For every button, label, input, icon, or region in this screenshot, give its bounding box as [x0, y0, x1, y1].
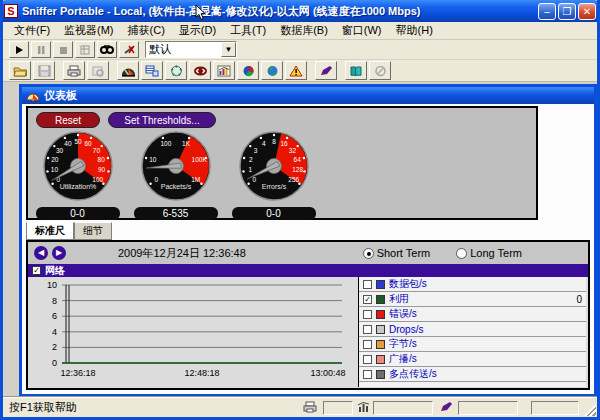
- legend-label: 字节/s: [389, 337, 578, 351]
- set-thresholds-button[interactable]: Set Thresholds...: [108, 112, 216, 128]
- filter-select[interactable]: 默认 ▼: [145, 41, 237, 58]
- menu-tools[interactable]: 工具(T): [223, 22, 273, 39]
- network-group-label: 网络: [45, 264, 65, 278]
- svg-text:70: 70: [92, 147, 100, 154]
- errors-dial: 012348163264128256Errors/s: [227, 130, 321, 206]
- help-book-button[interactable]: [345, 61, 367, 80]
- svg-text:4: 4: [52, 327, 57, 337]
- status-panel-3: [458, 401, 518, 415]
- errors-gauge: 012348163264128256Errors/s 0-0: [226, 130, 321, 220]
- utilization-gauge: 0102030405060708090100Utilization% 0-0: [30, 130, 125, 220]
- svg-text:80: 80: [97, 156, 105, 163]
- protocol-distribution-button[interactable]: [237, 61, 259, 80]
- legend-checkbox[interactable]: ✓: [363, 295, 372, 304]
- status-chart-icon: [357, 401, 370, 415]
- svg-text:100: 100: [92, 176, 103, 183]
- svg-text:40: 40: [64, 140, 72, 147]
- svg-text:6: 6: [52, 311, 57, 321]
- maximize-button[interactable]: ❐: [558, 3, 576, 20]
- alarm-log-button[interactable]: [285, 61, 307, 80]
- short-term-label: Short Term: [377, 247, 431, 259]
- dashboard-titlebar[interactable]: 仪表板: [22, 87, 594, 104]
- menu-database[interactable]: 数据库(B): [273, 22, 335, 39]
- legend-checkbox[interactable]: [363, 370, 372, 379]
- status-panel-2: [373, 401, 433, 415]
- expert-button[interactable]: [369, 61, 391, 80]
- svg-text:13:00:48: 13:00:48: [310, 368, 345, 378]
- start-capture-button[interactable]: [9, 41, 29, 58]
- capture-panel-button[interactable]: [75, 41, 95, 58]
- gauge-tabs: 标准尺 细节: [26, 222, 112, 240]
- svg-text:100: 100: [160, 140, 171, 147]
- legend-checkbox[interactable]: [363, 325, 372, 334]
- long-term-radio[interactable]: Long Term: [456, 247, 522, 259]
- tab-detail[interactable]: 细节: [74, 222, 112, 240]
- menu-monitor[interactable]: 监视器(M): [57, 22, 121, 39]
- status-decode-icon: [439, 401, 453, 415]
- titlebar[interactable]: S Sniffer Portable - Local, (软件由-高显嵩-修改汉…: [0, 0, 600, 22]
- svg-text:8: 8: [272, 138, 276, 145]
- svg-text:2: 2: [52, 342, 57, 352]
- svg-text:3: 3: [253, 147, 257, 154]
- menubar: 文件(F) 监视器(M) 捕获(C) 显示(D) 工具(T) 数据库(B) 窗口…: [3, 22, 597, 40]
- history-samples-button[interactable]: [213, 61, 235, 80]
- svg-text:Errors/s: Errors/s: [261, 183, 286, 190]
- legend-value: 0: [576, 294, 582, 305]
- dashboard-title: 仪表板: [44, 88, 77, 103]
- packets-gauge: 0101001K100K1MPackets/s 6-535: [128, 130, 223, 220]
- global-statistics-button[interactable]: [261, 61, 283, 80]
- legend-swatch: [376, 280, 385, 289]
- menu-window[interactable]: 窗口(W): [335, 22, 389, 39]
- legend-label: 广播/s: [389, 352, 578, 366]
- print-button[interactable]: [63, 61, 85, 80]
- minimize-button[interactable]: –: [538, 3, 556, 20]
- legend-checkbox[interactable]: [363, 310, 372, 319]
- close-button[interactable]: ✕: [578, 3, 596, 20]
- network-group-bar: ✓ 网络: [28, 264, 588, 277]
- legend-label: 多点传送/s: [389, 367, 578, 381]
- define-filter-button[interactable]: [119, 41, 139, 58]
- long-term-label: Long Term: [470, 247, 522, 259]
- svg-text:2: 2: [248, 156, 252, 163]
- dashboard-body: Reset Set Thresholds... 0102030405060708…: [22, 104, 594, 394]
- decode-button[interactable]: [315, 61, 337, 80]
- menu-file[interactable]: 文件(F): [7, 22, 57, 39]
- svg-text:Utilization%: Utilization%: [59, 183, 96, 190]
- errors-range: 0-0: [232, 207, 316, 220]
- chevron-down-icon[interactable]: ▼: [221, 42, 236, 57]
- svg-text:10: 10: [149, 156, 157, 163]
- svg-text:1K: 1K: [182, 140, 191, 147]
- svg-text:10: 10: [50, 166, 58, 173]
- host-table-button[interactable]: [141, 61, 163, 80]
- reset-button[interactable]: Reset: [36, 112, 100, 128]
- find-frame-button[interactable]: [97, 41, 117, 58]
- legend-checkbox[interactable]: [363, 340, 372, 349]
- legend-swatch: [376, 340, 385, 349]
- pause-capture-button[interactable]: [31, 41, 51, 58]
- legend-swatch: [376, 355, 385, 364]
- short-term-radio[interactable]: Short Term: [363, 247, 431, 259]
- save-button[interactable]: [33, 61, 55, 80]
- utilization-dial: 0102030405060708090100Utilization%: [31, 130, 125, 206]
- open-file-button[interactable]: [9, 61, 31, 80]
- stop-capture-button[interactable]: [53, 41, 73, 58]
- legend-row-utilization: ✓ 利用 0: [359, 292, 586, 307]
- network-checkbox[interactable]: ✓: [32, 266, 41, 275]
- resize-grip[interactable]: [584, 404, 596, 416]
- scroll-right-button[interactable]: ▶: [52, 246, 66, 260]
- svg-text:10: 10: [47, 280, 57, 290]
- matrix-button[interactable]: [165, 61, 187, 80]
- svg-text:0: 0: [154, 176, 158, 183]
- menu-display[interactable]: 显示(D): [172, 22, 223, 39]
- legend-swatch: [376, 325, 385, 334]
- legend-checkbox[interactable]: [363, 355, 372, 364]
- print-preview-button[interactable]: [87, 61, 109, 80]
- menu-help[interactable]: 帮助(H): [389, 22, 440, 39]
- legend-row-drops: Drops/s: [359, 322, 586, 337]
- response-time-button[interactable]: [189, 61, 211, 80]
- scroll-left-button[interactable]: ◀: [34, 246, 48, 260]
- legend-checkbox[interactable]: [363, 280, 372, 289]
- dashboard-button[interactable]: [117, 61, 139, 80]
- menu-capture[interactable]: 捕获(C): [121, 22, 172, 39]
- tab-standard-scale[interactable]: 标准尺: [26, 222, 74, 240]
